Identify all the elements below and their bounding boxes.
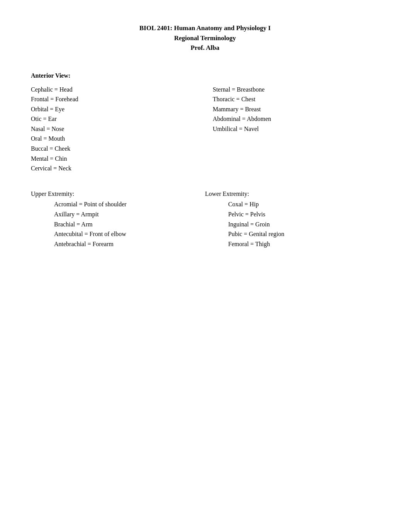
lower-extremity-item: Coxal = Hip bbox=[205, 199, 379, 209]
left-term: Cervical = Neck bbox=[31, 163, 197, 173]
upper-extremity-heading: Upper Extremity: bbox=[31, 189, 205, 199]
left-term: Otic = Ear bbox=[31, 114, 197, 124]
left-term: Nasal = Nose bbox=[31, 124, 197, 134]
right-term: Umbilical = Navel bbox=[213, 124, 379, 134]
left-term: Oral = Mouth bbox=[31, 134, 197, 144]
upper-extremity-item: Axillary = Armpit bbox=[31, 209, 205, 219]
header-line2: Regional Terminology bbox=[31, 33, 379, 43]
anterior-view-heading: Anterior View: bbox=[31, 72, 379, 79]
anterior-left-column: Cephalic = HeadFrontal = ForeheadOrbital… bbox=[31, 85, 205, 173]
left-term: Cephalic = Head bbox=[31, 85, 197, 95]
upper-extremity-item: Acromial = Point of shoulder bbox=[31, 199, 205, 209]
anterior-right-column: Sternal = BreastboneThoracic = ChestMamm… bbox=[205, 85, 379, 173]
upper-extremity-column: Upper Extremity: Acromial = Point of sho… bbox=[31, 189, 205, 249]
header-line1: BIOL 2401: Human Anatomy and Physiology … bbox=[31, 23, 379, 33]
header-line3: Prof. Alba bbox=[31, 43, 379, 53]
upper-extremity-item: Antebrachial = Forearm bbox=[31, 239, 205, 249]
lower-extremity-item: Femoral = Thigh bbox=[205, 239, 379, 249]
lower-extremity-item: Pelvic = Pelvis bbox=[205, 209, 379, 219]
right-term: Sternal = Breastbone bbox=[213, 85, 379, 95]
right-term: Mammary = Breast bbox=[213, 104, 379, 114]
lower-extremity-heading: Lower Extremity: bbox=[205, 189, 379, 199]
extremity-section: Upper Extremity: Acromial = Point of sho… bbox=[31, 189, 379, 249]
lower-extremity-column: Lower Extremity: Coxal = HipPelvic = Pel… bbox=[205, 189, 379, 249]
left-term: Buccal = Cheek bbox=[31, 144, 197, 154]
right-term: Abdominal = Abdomen bbox=[213, 114, 379, 124]
lower-extremity-item: Inguinal = Groin bbox=[205, 219, 379, 229]
page-header: BIOL 2401: Human Anatomy and Physiology … bbox=[31, 23, 379, 53]
anterior-view-columns: Cephalic = HeadFrontal = ForeheadOrbital… bbox=[31, 85, 379, 173]
left-term: Orbital = Eye bbox=[31, 104, 197, 114]
upper-extremity-item: Brachial = Arm bbox=[31, 219, 205, 229]
upper-extremity-item: Antecubital = Front of elbow bbox=[31, 229, 205, 239]
lower-extremity-item: Pubic = Genital region bbox=[205, 229, 379, 239]
left-term: Frontal = Forehead bbox=[31, 94, 197, 104]
left-term: Mental = Chin bbox=[31, 154, 197, 164]
right-term: Thoracic = Chest bbox=[213, 94, 379, 104]
anterior-view-section: Anterior View: Cephalic = HeadFrontal = … bbox=[31, 72, 379, 173]
